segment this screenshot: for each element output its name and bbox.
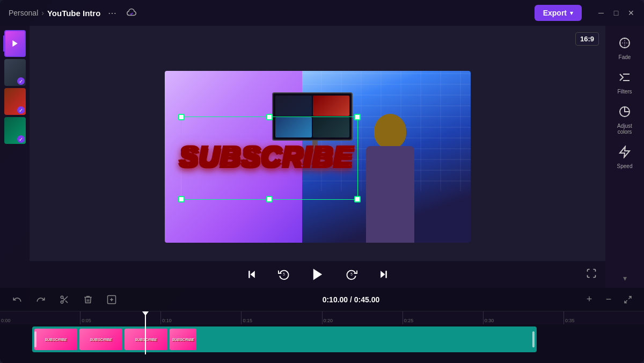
right-sidebar-scroll-down[interactable]: ▾ — [623, 274, 627, 282]
title-bar: Personal › YouTube Intro ⋯ Export ▾ ─ □ … — [0, 0, 644, 26]
ruler-marks: 0:00 0:05 0:10 0:15 0:20 0:25 0: — [0, 311, 644, 324]
skip-to-start-button[interactable] — [242, 265, 261, 284]
media-thumbnail-2[interactable]: ✓ — [4, 59, 26, 86]
playback-bar: 5 5 — [30, 261, 605, 288]
media-thumbnail-4[interactable]: ✓ — [4, 117, 26, 144]
svg-line-28 — [628, 296, 631, 299]
project-options-button[interactable]: ⋯ — [105, 5, 120, 20]
filters-icon — [618, 71, 631, 86]
canvas-area: 16:9 — [30, 26, 605, 288]
add-clip-button[interactable] — [103, 291, 120, 308]
handle-bottom-mid[interactable] — [266, 196, 273, 202]
clip-thumb-1: SUBSCRIBE — [34, 329, 77, 350]
thumb-check-4: ✓ — [17, 135, 25, 143]
delete-button[interactable] — [79, 291, 97, 308]
svg-line-23 — [65, 300, 68, 302]
svg-line-29 — [625, 300, 627, 303]
timeline-area: 0:10.00 / 0:45.00 + − 0:00 0:05 — [0, 288, 644, 363]
video-preview[interactable]: SUBSCRIBE — [165, 71, 471, 243]
ruler-0:20: 0:20 — [323, 311, 403, 324]
minimize-button[interactable]: ─ — [597, 9, 605, 17]
cloud-sync-icon[interactable] — [124, 5, 139, 20]
timeline-toolbar: 0:10.00 / 0:45.00 + − — [0, 288, 644, 311]
close-button[interactable]: ✕ — [627, 9, 635, 17]
export-chevron-icon: ▾ — [570, 10, 573, 17]
monitor-cell-1 — [275, 96, 312, 116]
subscribe-text: SUBSCRIBE — [186, 127, 347, 186]
handle-top-right[interactable] — [354, 114, 361, 120]
speed-label: Speed — [617, 163, 633, 169]
ruler-0:00: 0:00 — [0, 311, 80, 324]
app-window: Personal › YouTube Intro ⋯ Export ▾ ─ □ … — [0, 0, 644, 363]
svg-point-20 — [61, 296, 63, 299]
ruler-0:25: 0:25 — [403, 311, 484, 324]
handle-bottom-right[interactable] — [354, 196, 361, 202]
cut-button[interactable] — [56, 291, 73, 308]
ruler-0:15: 0:15 — [241, 311, 322, 324]
fade-tool[interactable]: Fade — [609, 32, 641, 64]
svg-point-21 — [61, 301, 63, 303]
ruler-0:35: 0:35 — [564, 311, 644, 324]
media-thumbnail-1[interactable] — [4, 30, 26, 57]
fade-icon — [618, 37, 631, 52]
handle-top-mid[interactable] — [266, 114, 273, 120]
speed-icon — [618, 146, 631, 161]
ruler-0:05: 0:05 — [80, 311, 161, 324]
skip-to-end-button[interactable] — [374, 265, 393, 284]
adjust-colors-tool[interactable]: Adjust colors — [609, 101, 641, 139]
rewind-5s-button[interactable]: 5 — [274, 265, 294, 284]
thumb-check-2: ✓ — [17, 77, 25, 85]
clip-thumb-4: SUBSCRIBE — [170, 329, 196, 350]
timeline-clip[interactable]: SUBSCRIBE SUBSCRIBE SUBSCRIBE SUBSCRIBE — [32, 326, 537, 352]
title-bar-left: Personal › YouTube Intro ⋯ — [9, 5, 139, 20]
breadcrumb: Personal › YouTube Intro — [9, 9, 100, 18]
svg-text:5: 5 — [350, 272, 353, 276]
media-thumbnail-3[interactable]: ✓ — [4, 88, 26, 115]
svg-marker-18 — [380, 271, 385, 278]
handle-top-left[interactable] — [178, 114, 185, 120]
timeline-ruler[interactable]: 0:00 0:05 0:10 0:15 0:20 0:25 0: — [0, 311, 644, 324]
zoom-out-button[interactable]: − — [601, 292, 616, 307]
zoom-in-button[interactable]: + — [582, 292, 597, 307]
window-controls: ─ □ ✕ — [597, 9, 635, 17]
fullscreen-button[interactable] — [586, 268, 597, 281]
undo-button[interactable] — [9, 291, 26, 308]
handle-bottom-left[interactable] — [178, 196, 185, 202]
speed-tool[interactable]: Speed — [609, 141, 641, 173]
breadcrumb-personal[interactable]: Personal — [9, 9, 38, 17]
timeline-tracks: SUBSCRIBE SUBSCRIBE SUBSCRIBE SUBSCRIBE — [0, 324, 644, 354]
clip-drag-right[interactable] — [532, 331, 535, 347]
svg-line-24 — [63, 298, 64, 300]
subscribe-label: SUBSCRIBE — [179, 141, 353, 173]
filters-tool[interactable]: Filters — [609, 67, 641, 99]
person-body — [366, 146, 414, 243]
breadcrumb-separator: › — [41, 9, 44, 17]
project-title[interactable]: YouTube Intro — [47, 9, 100, 18]
clip-thumb-2: SUBSCRIBE — [79, 329, 122, 350]
title-bar-right: Export ▾ ─ □ ✕ — [535, 5, 635, 21]
track-row-1: SUBSCRIBE SUBSCRIBE SUBSCRIBE SUBSCRIBE — [0, 324, 644, 354]
playhead-ruler[interactable] — [145, 311, 146, 324]
svg-marker-13 — [250, 271, 254, 278]
zoom-controls: + − — [582, 292, 635, 307]
forward-5s-button[interactable]: 5 — [342, 265, 361, 284]
maximize-button[interactable]: □ — [612, 9, 620, 17]
svg-marker-16 — [313, 269, 321, 280]
svg-rect-14 — [248, 271, 250, 278]
ruler-0:30: 0:30 — [484, 311, 564, 324]
filters-label: Filters — [617, 89, 632, 95]
clip-drag-left[interactable] — [34, 331, 36, 347]
playhead-triangle — [142, 311, 149, 316]
play-pause-button[interactable] — [306, 263, 329, 286]
person-head — [374, 114, 406, 149]
right-sidebar: Fade Filters Adjust colors — [605, 26, 644, 288]
expand-timeline-button[interactable] — [620, 292, 635, 307]
svg-marker-0 — [12, 40, 17, 47]
subscribe-text-element[interactable]: SUBSCRIBE — [181, 117, 358, 200]
export-button[interactable]: Export ▾ — [535, 5, 582, 21]
clip-thumb-3: SUBSCRIBE — [125, 329, 167, 350]
adjust-colors-label: Adjust colors — [611, 123, 639, 135]
aspect-ratio-badge[interactable]: 16:9 — [575, 32, 599, 46]
ruler-0:10: 0:10 — [161, 311, 241, 324]
redo-button[interactable] — [32, 291, 49, 308]
